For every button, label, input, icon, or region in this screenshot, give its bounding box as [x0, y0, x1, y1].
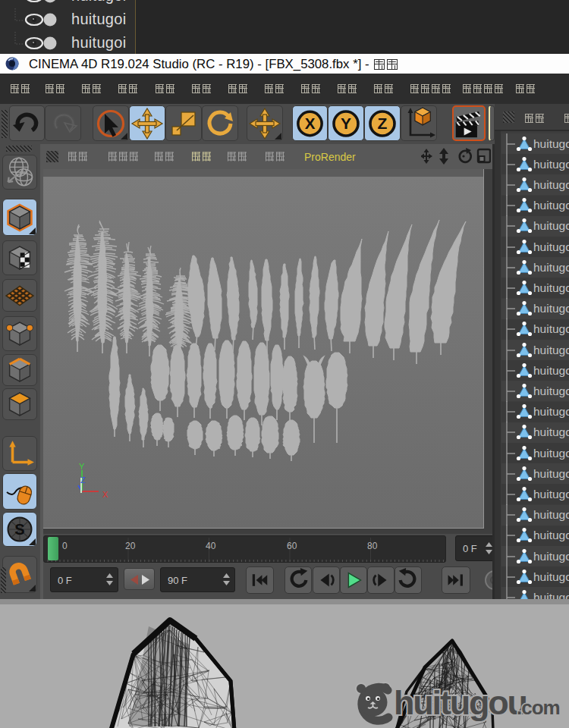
- svg-text:Y: Y: [341, 115, 351, 132]
- svg-text:X: X: [102, 490, 108, 499]
- svg-text:0: 0: [62, 541, 68, 551]
- svg-text:Y: Y: [79, 462, 85, 471]
- svg-text:.com: .com: [517, 696, 560, 719]
- svg-text:Z: Z: [378, 115, 388, 132]
- svg-text:huitugou: huitugou: [394, 683, 527, 722]
- svg-text:40: 40: [206, 541, 216, 551]
- svg-text:X: X: [305, 114, 316, 131]
- svg-text:Z: Z: [80, 475, 86, 485]
- svg-text:20: 20: [125, 541, 136, 551]
- svg-text:60: 60: [287, 541, 297, 551]
- svg-text:S: S: [14, 521, 24, 538]
- svg-text:80: 80: [367, 541, 378, 551]
